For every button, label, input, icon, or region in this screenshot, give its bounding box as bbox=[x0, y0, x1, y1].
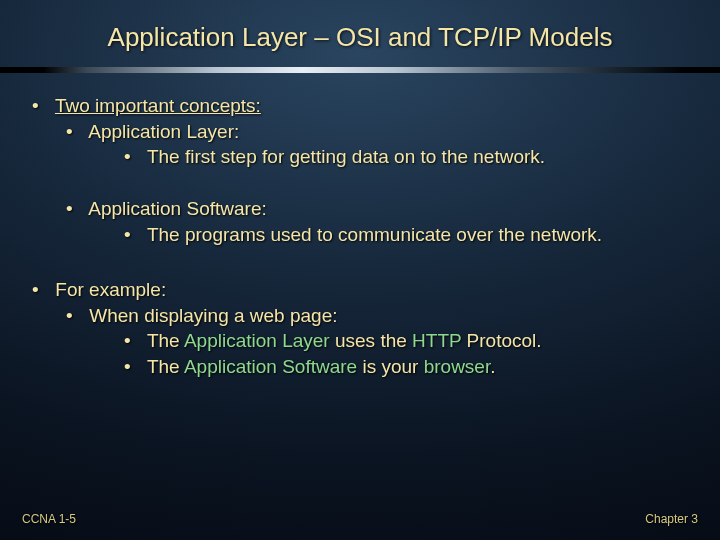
footer-right: Chapter 3 bbox=[645, 512, 698, 526]
example-heading: For example: bbox=[55, 279, 166, 300]
bullet-webpage: When displaying a web page: The Applicat… bbox=[68, 303, 696, 380]
slide-title: Application Layer – OSI and TCP/IP Model… bbox=[0, 0, 720, 63]
bullet-concepts: Two important concepts: Application Laye… bbox=[34, 93, 696, 247]
app-layer-detail: The first step for getting data on to th… bbox=[147, 146, 545, 167]
slide-content: Two important concepts: Application Laye… bbox=[0, 73, 720, 380]
webpage-label: When displaying a web page: bbox=[89, 305, 337, 326]
spacer bbox=[34, 170, 696, 196]
bullet-http-line: The Application Layer uses the HTTP Prot… bbox=[126, 328, 696, 354]
green-browser: browser bbox=[424, 356, 491, 377]
bullet-app-software: Application Software: The programs used … bbox=[68, 196, 696, 247]
t: . bbox=[490, 356, 495, 377]
green-http: HTTP bbox=[412, 330, 461, 351]
bullet-app-layer: Application Layer: The first step for ge… bbox=[68, 119, 696, 170]
concepts-heading: Two important concepts: bbox=[55, 95, 261, 116]
bullet-example: For example: When displaying a web page:… bbox=[34, 277, 696, 380]
t: Protocol. bbox=[461, 330, 541, 351]
bullet-browser-line: The Application Software is your browser… bbox=[126, 354, 696, 380]
app-software-label: Application Software: bbox=[88, 198, 267, 219]
spacer bbox=[24, 251, 696, 277]
footer: CCNA 1-5 Chapter 3 bbox=[0, 512, 720, 526]
slide: Application Layer – OSI and TCP/IP Model… bbox=[0, 0, 720, 540]
app-software-detail: The programs used to communicate over th… bbox=[147, 224, 602, 245]
app-layer-label: Application Layer: bbox=[88, 121, 239, 142]
t: The bbox=[147, 330, 184, 351]
green-app-software: Application Software bbox=[184, 356, 357, 377]
t: is your bbox=[357, 356, 424, 377]
green-app-layer: Application Layer bbox=[184, 330, 330, 351]
bullet-app-software-detail: The programs used to communicate over th… bbox=[126, 222, 696, 248]
t: The bbox=[147, 356, 184, 377]
footer-left: CCNA 1-5 bbox=[22, 512, 76, 526]
t: uses the bbox=[330, 330, 412, 351]
bullet-app-layer-detail: The first step for getting data on to th… bbox=[126, 144, 696, 170]
